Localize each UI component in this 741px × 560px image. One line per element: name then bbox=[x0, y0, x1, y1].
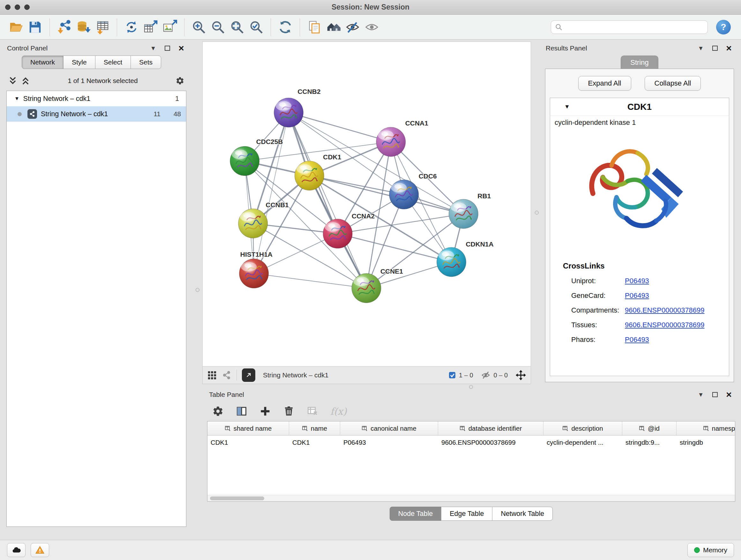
control-panel-close-button[interactable]: × bbox=[177, 44, 186, 53]
network-collection-row[interactable]: ▼ String Network – cdk1 1 bbox=[7, 91, 186, 106]
tab-string[interactable]: String bbox=[621, 56, 658, 69]
column-header-namespace[interactable]: namespace bbox=[677, 422, 735, 435]
right-splitter-handle[interactable] bbox=[535, 211, 539, 214]
hide-selected-button[interactable] bbox=[343, 17, 362, 37]
network-node-RB1[interactable] bbox=[449, 199, 478, 229]
new-network-from-selection-button[interactable] bbox=[122, 17, 141, 37]
network-node-CDC25B[interactable] bbox=[230, 146, 259, 176]
network-node-CCNB1[interactable] bbox=[239, 209, 268, 238]
memory-button[interactable]: Memory bbox=[687, 543, 734, 557]
column-header-canonical-name[interactable]: canonical name bbox=[340, 422, 438, 435]
expand-tree-button[interactable] bbox=[8, 76, 17, 85]
delete-column-button[interactable] bbox=[283, 406, 294, 417]
network-row-selected[interactable]: String Network – cdk1 11 48 bbox=[7, 106, 186, 122]
tab-node-table[interactable]: Node Table bbox=[390, 507, 441, 521]
table-cell[interactable]: P06493 bbox=[340, 435, 438, 449]
network-edge-HIST1H1A-CCNE1[interactable] bbox=[254, 273, 366, 288]
collapse-all-button[interactable]: Collapse All bbox=[645, 76, 701, 91]
import-table-from-file-button[interactable] bbox=[93, 17, 112, 37]
tab-edge-table[interactable]: Edge Table bbox=[441, 507, 492, 521]
triangle-down-icon[interactable]: ▼ bbox=[14, 96, 19, 102]
warnings-button[interactable] bbox=[30, 543, 49, 557]
tab-sets[interactable]: Sets bbox=[131, 56, 161, 69]
tab-style[interactable]: Style bbox=[63, 56, 95, 69]
copy-network-button[interactable] bbox=[305, 17, 324, 37]
table-cell[interactable]: CDK1 bbox=[207, 435, 289, 449]
float-window-icon bbox=[712, 392, 718, 397]
crosslink-uniprot[interactable]: P06493 bbox=[625, 277, 649, 285]
table-panel-collapse-button[interactable]: ▾ bbox=[696, 390, 705, 399]
open-in-new-window-button[interactable] bbox=[242, 368, 255, 382]
tab-network[interactable]: Network bbox=[22, 56, 64, 69]
tab-network-table[interactable]: Network Table bbox=[492, 507, 553, 521]
network-node-CCNA1[interactable] bbox=[376, 127, 406, 157]
table-cell[interactable]: stringdb:9... bbox=[622, 435, 677, 449]
column-header-description[interactable]: description bbox=[543, 422, 622, 435]
zoom-fit-button[interactable] bbox=[227, 17, 247, 37]
zoom-window-button[interactable] bbox=[24, 4, 30, 10]
network-edge-CDK1-RB1[interactable] bbox=[309, 176, 463, 214]
table-panel-float-button[interactable] bbox=[711, 390, 719, 399]
network-node-CCNA2[interactable] bbox=[323, 219, 352, 248]
results-panel-collapse-button[interactable]: ▾ bbox=[696, 44, 705, 53]
close-window-button[interactable] bbox=[5, 4, 10, 10]
cloud-status-button[interactable] bbox=[7, 543, 25, 557]
bottom-splitter-handle[interactable] bbox=[469, 385, 473, 389]
import-network-from-database-button[interactable] bbox=[74, 17, 93, 37]
zoom-in-button[interactable] bbox=[189, 17, 208, 37]
column-header-database-identifier[interactable]: database identifier bbox=[438, 422, 543, 435]
network-share-button[interactable] bbox=[222, 370, 231, 380]
export-image-button[interactable] bbox=[160, 17, 179, 37]
add-column-button[interactable] bbox=[259, 406, 271, 417]
table-cell[interactable]: 9606.ENSP00000378699 bbox=[438, 435, 543, 449]
table-options-button[interactable] bbox=[212, 406, 224, 417]
crosslink-tissues[interactable]: 9606.ENSP00000378699 bbox=[625, 321, 704, 329]
triangle-down-icon[interactable]: ▼ bbox=[564, 104, 570, 110]
minimize-window-button[interactable] bbox=[15, 4, 20, 10]
network-node-CCNE1[interactable] bbox=[352, 273, 381, 303]
collapse-tree-button[interactable] bbox=[21, 76, 30, 85]
network-node-HIST1H1A[interactable] bbox=[239, 259, 269, 288]
network-node-CDKN1A[interactable] bbox=[437, 247, 466, 277]
results-panel-float-button[interactable] bbox=[711, 44, 719, 53]
control-panel-float-button[interactable] bbox=[163, 44, 172, 53]
column-header-name[interactable]: name bbox=[289, 422, 340, 435]
crosslink-genecard[interactable]: P06493 bbox=[625, 292, 649, 300]
column-header-id[interactable]: @id bbox=[622, 422, 677, 435]
table-cell[interactable]: stringdb bbox=[677, 435, 735, 449]
pan-mode-button[interactable] bbox=[515, 370, 526, 381]
network-edge-CCNB2-HIST1H1A[interactable] bbox=[254, 113, 289, 273]
network-node-CDK1[interactable] bbox=[294, 161, 324, 190]
table-cell[interactable]: CDK1 bbox=[289, 435, 340, 449]
scrollbar-thumb[interactable] bbox=[210, 496, 264, 500]
search-input[interactable] bbox=[565, 23, 704, 31]
show-columns-button[interactable] bbox=[236, 406, 247, 417]
network-edge-CCNB2-CCNA1[interactable] bbox=[288, 113, 391, 142]
open-session-button[interactable] bbox=[6, 17, 25, 37]
home-button[interactable] bbox=[324, 17, 343, 37]
results-panel-close-button[interactable]: × bbox=[724, 44, 733, 53]
table-cell[interactable]: cyclin-dependent ... bbox=[543, 435, 622, 449]
crosslink-pharos[interactable]: P06493 bbox=[625, 335, 649, 344]
column-header-shared-name[interactable]: shared name bbox=[207, 422, 289, 435]
control-panel-collapse-button[interactable]: ▾ bbox=[149, 44, 158, 53]
export-table-button[interactable] bbox=[141, 17, 160, 37]
zoom-out-button[interactable] bbox=[208, 17, 227, 37]
birds-eye-view-button[interactable] bbox=[207, 370, 217, 380]
network-options-button[interactable] bbox=[176, 76, 185, 85]
network-node-CCNB2[interactable] bbox=[274, 98, 304, 127]
import-network-from-file-button[interactable] bbox=[55, 17, 74, 37]
tab-select[interactable]: Select bbox=[95, 56, 131, 69]
left-splitter-handle[interactable] bbox=[196, 288, 199, 292]
table-panel-close-button[interactable]: × bbox=[724, 390, 733, 399]
expand-all-button[interactable]: Expand All bbox=[578, 76, 631, 91]
network-node-CDC6[interactable] bbox=[389, 180, 419, 209]
apply-layout-button[interactable] bbox=[276, 17, 295, 37]
show-all-button[interactable] bbox=[362, 17, 381, 37]
help-button[interactable]: ? bbox=[716, 20, 731, 35]
save-session-button[interactable] bbox=[25, 17, 45, 37]
crosslink-compartments[interactable]: 9606.ENSP00000378699 bbox=[625, 306, 704, 314]
network-canvas[interactable]: CCNB2CCNA1CDC25BCDK1CDC6RB1CCNB1CCNA2CDK… bbox=[203, 42, 531, 366]
zoom-selected-button[interactable] bbox=[247, 17, 266, 37]
network-edge-CCNB2-CCNE1[interactable] bbox=[288, 113, 366, 288]
